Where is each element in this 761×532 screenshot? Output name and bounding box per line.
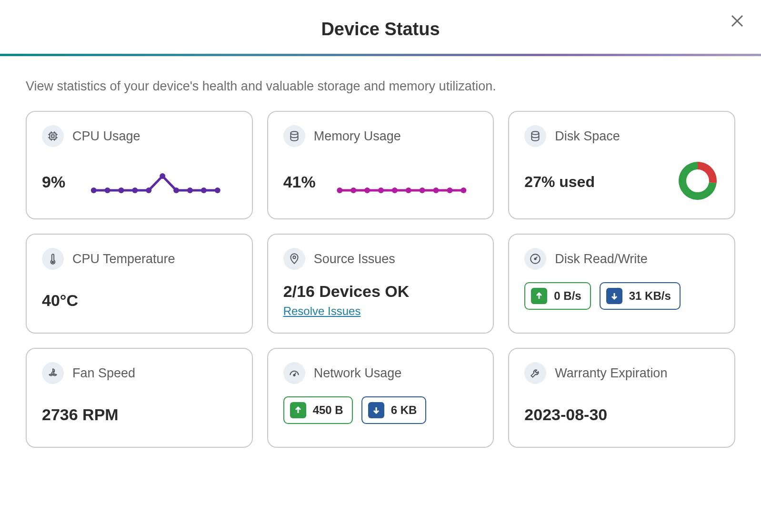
arrow-up-icon [531,288,547,304]
card-network-usage: Network Usage 450 B 6 KB [267,348,494,448]
memory-usage-value: 41% [283,173,316,191]
card-fan-speed: Fan Speed 2736 RPM [26,348,253,448]
svg-point-34 [52,261,53,263]
thermometer-icon [42,248,64,270]
card-title: Network Usage [314,366,402,381]
svg-point-33 [532,131,539,135]
disk-read-value: 0 B/s [554,289,581,303]
source-issues-value: 2/16 Devices OK [283,282,478,301]
svg-point-26 [378,187,384,193]
card-memory-usage: Memory Usage 41% [267,111,494,219]
svg-point-21 [215,187,220,193]
svg-point-31 [447,187,452,193]
card-disk-rw: Disk Read/Write 0 B/s 31 KB/s [508,234,735,334]
resolve-issues-link[interactable]: Resolve Issues [283,305,478,318]
cpu-temp-value: 40°C [42,291,78,310]
cpu-usage-value: 9% [42,173,65,191]
svg-point-14 [119,187,124,193]
svg-point-38 [52,372,54,374]
network-up-value: 450 B [313,404,343,417]
svg-point-27 [392,187,398,193]
svg-point-13 [105,187,110,193]
card-title: Fan Speed [72,366,135,381]
svg-point-17 [160,173,165,179]
card-title: Memory Usage [314,129,401,144]
disk-write-value: 31 KB/s [629,289,671,303]
page-description: View statistics of your device's health … [0,56,761,111]
arrow-down-icon [368,402,384,418]
memory-icon [283,125,305,147]
disk-space-donut [676,159,719,204]
card-title: CPU Usage [72,129,140,144]
svg-point-28 [405,187,411,193]
memory-usage-sparkline [325,167,478,196]
svg-point-29 [419,187,425,193]
wrench-icon [524,362,546,384]
card-title: Disk Space [555,129,620,144]
warranty-value: 2023-08-30 [524,405,607,424]
card-cpu-temperature: CPU Temperature 40°C [26,234,253,334]
card-disk-space: Disk Space 27% used [508,111,735,219]
card-warranty: Warranty Expiration 2023-08-30 [508,348,735,448]
disk-icon [524,125,546,147]
svg-point-25 [364,187,370,193]
location-icon [283,248,305,270]
svg-rect-3 [51,135,54,137]
svg-point-19 [187,187,193,193]
svg-point-12 [91,187,97,193]
speedometer-icon [283,362,305,384]
svg-point-39 [293,374,295,376]
svg-point-35 [293,256,295,258]
disk-space-value: 27% used [524,173,595,191]
card-title: CPU Temperature [72,252,175,266]
arrow-down-icon [606,288,622,304]
disk-write-pill: 31 KB/s [600,282,681,310]
status-grid: CPU Usage 9% Memory Usage 41% [0,111,761,448]
svg-point-20 [201,187,207,193]
svg-point-24 [350,187,356,193]
card-source-issues: Source Issues 2/16 Devices OK Resolve Is… [267,234,494,334]
device-status-modal: Device Status View statistics of your de… [0,0,761,532]
svg-point-16 [146,187,151,193]
close-icon [730,14,744,28]
card-cpu-usage: CPU Usage 9% [26,111,253,219]
cpu-icon [42,125,64,147]
fan-speed-value: 2736 RPM [42,405,119,424]
modal-header: Device Status [0,0,761,56]
cpu-usage-sparkline [75,167,237,196]
svg-point-23 [337,187,342,193]
svg-point-22 [290,131,298,135]
page-title: Device Status [0,19,761,39]
svg-point-32 [461,187,466,193]
svg-rect-2 [50,133,56,139]
network-up-pill: 450 B [283,396,353,424]
disk-read-pill: 0 B/s [524,282,591,310]
network-down-value: 6 KB [391,404,417,417]
arrow-up-icon [290,402,306,418]
svg-point-37 [535,258,536,259]
network-down-pill: 6 KB [361,396,427,424]
card-title: Disk Read/Write [555,252,648,266]
close-button[interactable] [728,11,747,30]
svg-point-18 [173,187,179,193]
card-title: Source Issues [314,252,395,266]
svg-point-15 [132,187,138,193]
gauge-icon [524,248,546,270]
card-title: Warranty Expiration [555,366,667,381]
fan-icon [42,362,64,384]
svg-point-30 [433,187,439,193]
